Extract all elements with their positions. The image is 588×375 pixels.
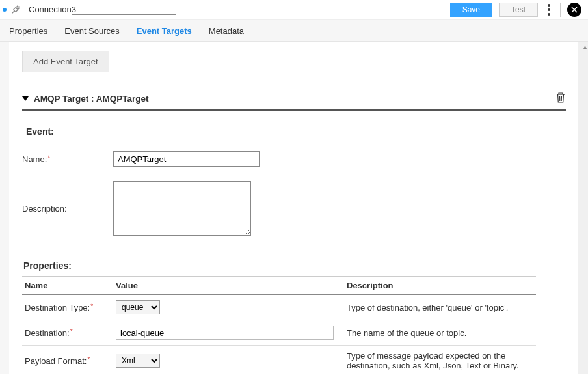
th-description: Description: [344, 277, 536, 295]
table-row: Destination Type: queue Type of destinat…: [22, 295, 536, 320]
name-label: Name:: [22, 154, 113, 164]
main-panel: Add Event Target AMQP Target : AMQPTarge…: [9, 42, 579, 375]
tab-event-sources[interactable]: Event Sources: [64, 26, 120, 36]
add-event-target-button[interactable]: Add Event Target: [22, 51, 109, 72]
tab-metadata[interactable]: Metadata: [209, 26, 244, 36]
description-label: Description:: [22, 204, 113, 214]
target-title: AMQP Target : AMQPTarget: [34, 94, 149, 104]
table-row: Destination: The name of the queue or to…: [22, 320, 536, 346]
divider: [560, 3, 561, 17]
name-row: Name:: [22, 151, 566, 167]
status-dot-icon: [3, 8, 7, 12]
payload-format-select[interactable]: Xml: [116, 354, 160, 368]
connection-name[interactable]: Connection3: [29, 5, 76, 14]
name-input[interactable]: [113, 151, 260, 167]
prop-desc: The name of the queue or topic.: [344, 320, 536, 346]
content-area: ▴ Add Event Target AMQP Target : AMQPTar…: [0, 42, 588, 374]
th-value: Value: [113, 277, 344, 295]
collapse-toggle-icon[interactable]: [22, 96, 29, 101]
tab-properties[interactable]: Properties: [9, 26, 47, 36]
scrollbar-track[interactable]: ▴: [578, 42, 588, 374]
top-bar: Connection3 Save Test: [0, 0, 588, 20]
connection-icon: [10, 5, 21, 15]
tabs-row: Properties Event Sources Event Targets M…: [0, 20, 588, 42]
destination-type-select[interactable]: queue: [116, 300, 160, 314]
more-menu-icon[interactable]: [544, 1, 554, 18]
scroll-up-icon[interactable]: ▴: [583, 43, 587, 50]
description-row: Description:: [22, 181, 566, 236]
test-button[interactable]: Test: [499, 3, 538, 17]
close-button[interactable]: [567, 3, 581, 17]
topbar-left: Connection3: [3, 5, 76, 15]
save-button[interactable]: Save: [450, 3, 492, 17]
name-underline: [72, 14, 176, 15]
th-name: Name: [22, 277, 113, 295]
prop-desc: Type of destination, either 'queue' or '…: [344, 295, 536, 320]
prop-name-label: Destination Type:: [25, 303, 93, 312]
table-row: Payload Format: Xml Type of message payl…: [22, 346, 536, 376]
description-input[interactable]: [113, 181, 251, 236]
properties-table: Name Value Description Destination Type:…: [22, 276, 536, 375]
topbar-right: Save Test: [450, 1, 581, 18]
prop-name-label: Destination:: [25, 328, 73, 338]
target-header: AMQP Target : AMQPTarget: [22, 92, 566, 111]
tab-event-targets[interactable]: Event Targets: [137, 26, 192, 36]
event-section-heading: Event:: [26, 126, 566, 137]
delete-target-button[interactable]: [555, 92, 566, 105]
properties-section-heading: Properties:: [23, 260, 566, 271]
prop-name-label: Payload Format:: [25, 356, 90, 366]
prop-desc: Type of message payload expected on the …: [344, 346, 536, 376]
destination-input[interactable]: [116, 326, 334, 340]
